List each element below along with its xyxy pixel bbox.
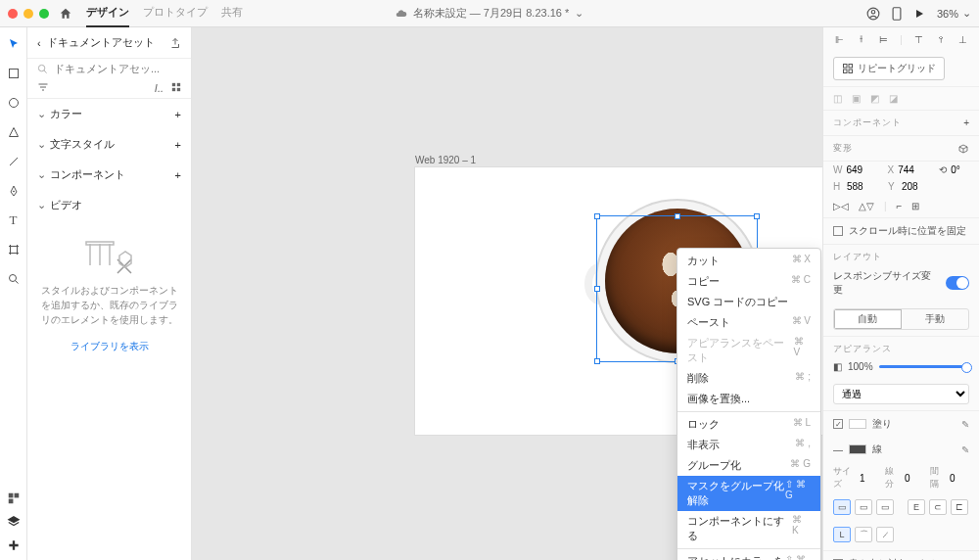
add-icon[interactable]: + <box>175 109 181 120</box>
artboard-label[interactable]: Web 1920 – 1 <box>415 155 476 165</box>
ctx-paste[interactable]: ペースト⌘ V <box>677 312 820 333</box>
plugins-icon[interactable] <box>7 538 21 552</box>
join-round-icon[interactable]: ⌒ <box>855 527 872 542</box>
stroke-swatch[interactable] <box>849 444 866 454</box>
ctx-replace-image[interactable]: 画像を置換... <box>677 389 820 409</box>
line-tool-icon[interactable] <box>7 155 21 168</box>
play-icon[interactable] <box>913 8 925 20</box>
zoom-tool-icon[interactable] <box>7 272 21 286</box>
stroke-gap-input[interactable] <box>950 473 969 484</box>
resize-handle[interactable] <box>594 286 600 292</box>
scroll-fix-checkbox[interactable] <box>833 226 843 236</box>
blend-mode-select[interactable]: 通過 <box>833 384 969 404</box>
boolean-exclude-icon[interactable]: ◪ <box>889 93 898 104</box>
y-input[interactable] <box>902 181 939 192</box>
opacity-slider[interactable] <box>879 365 969 368</box>
back-icon[interactable]: ‹ <box>37 37 41 49</box>
list-view-icon[interactable]: I.. <box>155 82 163 94</box>
resize-handle[interactable] <box>594 358 600 364</box>
corner-radius-icon[interactable]: ⌐ <box>897 201 903 211</box>
boolean-intersect-icon[interactable]: ◩ <box>870 93 879 104</box>
flip-h-icon[interactable]: ▷◁ <box>833 201 849 211</box>
align-right-icon[interactable]: ⊨ <box>877 33 889 45</box>
tab-design[interactable]: デザイン <box>86 0 129 27</box>
align-top-icon[interactable]: ⊤ <box>912 33 924 45</box>
share-icon[interactable] <box>169 37 181 49</box>
rotation-input[interactable] <box>951 164 976 175</box>
fill-checkbox[interactable] <box>833 419 843 429</box>
stroke-toggle-icon[interactable]: — <box>833 444 843 455</box>
stroke-center-icon[interactable]: ▭ <box>855 499 872 515</box>
section-text-styles[interactable]: ⌄文字スタイル+ <box>27 129 191 160</box>
resize-handle[interactable] <box>754 213 760 219</box>
resize-handle[interactable] <box>594 213 600 219</box>
cap-square-icon[interactable]: ⊏ <box>951 499 968 515</box>
join-bevel-icon[interactable]: ⟋ <box>876 527 894 542</box>
tab-prototype[interactable]: プロトタイプ <box>143 0 208 27</box>
resize-handle[interactable] <box>675 213 680 219</box>
home-icon[interactable] <box>59 7 72 21</box>
flip-v-icon[interactable]: △▽ <box>859 201 874 211</box>
stroke-outer-icon[interactable]: ▭ <box>876 499 894 515</box>
assets-search-input[interactable] <box>54 63 189 74</box>
join-miter-icon[interactable]: L <box>833 527 851 542</box>
add-icon[interactable]: + <box>175 139 181 151</box>
stroke-size-input[interactable] <box>860 473 879 484</box>
avatar-icon[interactable] <box>866 7 880 21</box>
section-colors[interactable]: ⌄カラー+ <box>27 99 191 129</box>
transform-3d-icon[interactable] <box>957 143 969 155</box>
cap-butt-icon[interactable]: E <box>908 499 925 515</box>
ctx-delete[interactable]: 削除⌘ ; <box>677 368 820 389</box>
repeat-grid-button[interactable]: リピートグリッド <box>833 57 945 80</box>
canvas[interactable]: Web 1920 – 1 カット⌘ X コピー⌘ C SVG コードのコピー ペ… <box>192 27 822 560</box>
boolean-subtract-icon[interactable]: ▣ <box>852 93 861 104</box>
filter-icon[interactable] <box>37 82 49 94</box>
section-components[interactable]: ⌄コンポーネント+ <box>27 160 191 190</box>
fill-swatch[interactable] <box>849 419 866 429</box>
assets-icon[interactable] <box>7 491 21 505</box>
add-icon[interactable]: + <box>175 169 181 181</box>
independent-corners-icon[interactable]: ⊞ <box>911 201 919 211</box>
align-left-icon[interactable]: ⊩ <box>833 33 845 45</box>
polygon-tool-icon[interactable] <box>7 125 21 139</box>
ctx-svg-copy[interactable]: SVG コードのコピー <box>677 292 820 312</box>
grid-view-icon[interactable] <box>171 82 181 94</box>
minimize-window-icon[interactable] <box>23 9 33 19</box>
stroke-dash-input[interactable] <box>905 473 924 484</box>
ctx-cut[interactable]: カット⌘ X <box>677 251 820 271</box>
x-input[interactable] <box>898 164 935 175</box>
device-preview-icon[interactable] <box>892 7 902 21</box>
eyedropper-icon[interactable]: ✎ <box>961 419 969 430</box>
section-video[interactable]: ⌄ビデオ <box>27 190 191 220</box>
cap-round-icon[interactable]: ⊂ <box>929 499 947 515</box>
align-center-h-icon[interactable]: ⫲ <box>856 33 867 45</box>
document-title[interactable]: 名称未設定 — 7月29日 8.23.16 * ⌄ <box>396 6 584 21</box>
tab-share[interactable]: 共有 <box>221 0 243 27</box>
ctx-hide[interactable]: 非表示⌘ , <box>677 435 820 455</box>
add-component-icon[interactable]: + <box>963 117 969 128</box>
ctx-ungroup-mask[interactable]: マスクをグループ化解除⇧ ⌘ G <box>677 476 820 511</box>
rectangle-tool-icon[interactable] <box>7 67 21 80</box>
responsive-toggle[interactable] <box>946 276 969 290</box>
show-library-link[interactable]: ライブラリを表示 <box>70 339 149 353</box>
align-bottom-icon[interactable]: ⊥ <box>957 33 969 45</box>
ctx-add-color-asset[interactable]: アセットにカラーを追加⇧ ⌘ C <box>677 551 820 560</box>
zoom-control[interactable]: 36%⌄ <box>937 7 971 20</box>
layers-icon[interactable] <box>7 515 21 529</box>
height-input[interactable] <box>847 181 884 192</box>
text-tool-icon[interactable]: T <box>7 213 21 227</box>
select-tool-icon[interactable] <box>7 37 21 51</box>
ctx-lock[interactable]: ロック⌘ L <box>677 414 820 435</box>
align-center-v-icon[interactable]: ⫯ <box>935 33 947 45</box>
ctx-copy[interactable]: コピー⌘ C <box>677 271 820 292</box>
stroke-inner-icon[interactable]: ▭ <box>833 499 851 515</box>
maximize-window-icon[interactable] <box>39 9 49 19</box>
artboard-tool-icon[interactable] <box>7 243 21 257</box>
width-input[interactable] <box>846 164 883 175</box>
resize-mode-segment[interactable]: 自動 手動 <box>833 308 969 330</box>
eyedropper-icon[interactable]: ✎ <box>961 444 969 455</box>
close-window-icon[interactable] <box>8 9 18 19</box>
boolean-add-icon[interactable]: ◫ <box>833 93 842 104</box>
ctx-group[interactable]: グループ化⌘ G <box>677 455 820 476</box>
ctx-make-component[interactable]: コンポーネントにする⌘ K <box>677 511 820 546</box>
